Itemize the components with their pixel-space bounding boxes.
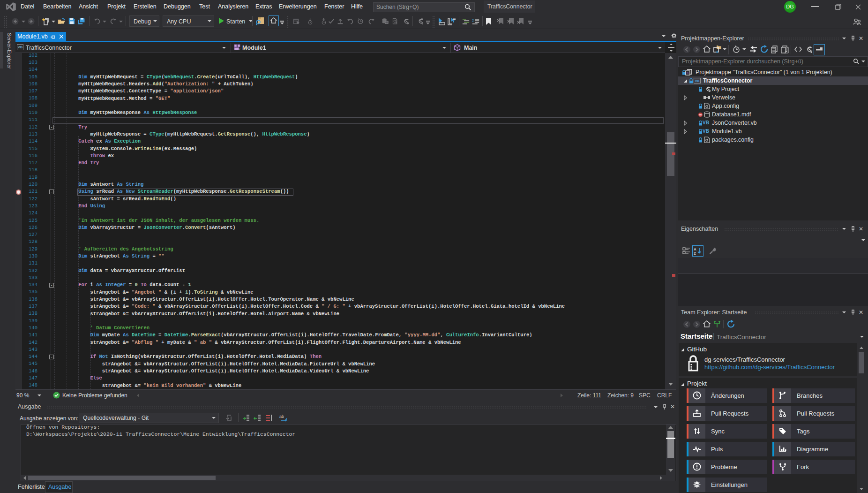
svg-text:A: A [694,247,696,251]
svg-text:2: 2 [472,18,474,23]
svg-text:ab: ab [279,414,284,419]
svg-text:Z: Z [694,251,696,255]
